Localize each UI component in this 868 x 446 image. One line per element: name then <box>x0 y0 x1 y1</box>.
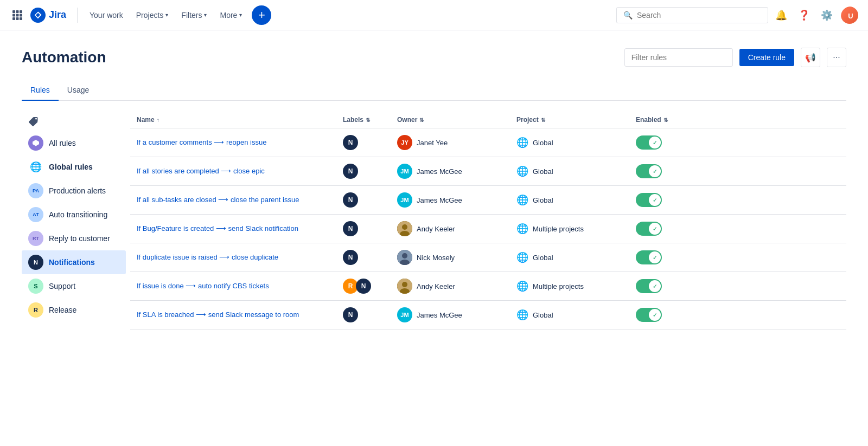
main-content: Automation Create rule 📢 ··· Rules Usage… <box>0 30 868 347</box>
table-row: If all sub-tasks are closed ⟶ close the … <box>130 186 846 215</box>
project-name: Global <box>533 311 553 319</box>
owner-cell: JY Janet Yee <box>397 135 516 150</box>
reply-to-customer-avatar: RT <box>28 231 43 246</box>
sidebar-item-production-alerts[interactable]: PA Production alerts <box>22 179 126 203</box>
rule-name-cell: If a customer comments ⟶ reopen issue <box>137 138 343 147</box>
project-cell: 🌐 Global <box>516 309 636 321</box>
rule-name-cell: If SLA is breached ⟶ send Slack message … <box>137 310 343 320</box>
rule-name-cell: If all sub-tasks are closed ⟶ close the … <box>137 195 343 205</box>
all-rules-avatar <box>28 135 43 151</box>
name-sort-icon: ↑ <box>157 117 159 123</box>
tab-usage[interactable]: Usage <box>59 80 98 101</box>
label-badge: N <box>343 221 358 236</box>
svg-rect-2 <box>20 10 22 13</box>
sidebar-item-all-rules[interactable]: All rules <box>22 131 126 155</box>
your-work-nav[interactable]: Your work <box>84 8 129 23</box>
enabled-toggle[interactable]: ✓ <box>636 279 662 293</box>
toggle-cell: ✓ <box>636 308 701 322</box>
enabled-toggle[interactable]: ✓ <box>636 222 662 236</box>
rule-link[interactable]: If all sub-tasks are closed ⟶ close the … <box>137 196 299 204</box>
svg-rect-7 <box>16 17 19 20</box>
help-icon[interactable]: ❓ <box>794 5 814 25</box>
enabled-toggle[interactable]: ✓ <box>636 250 662 264</box>
label-badge: N <box>343 164 358 179</box>
owner-avatar <box>397 279 412 294</box>
rule-link[interactable]: If issue is done ⟶ auto notify CBS ticke… <box>137 282 269 290</box>
rule-link[interactable]: If Bug/Feature is created ⟶ send Slack n… <box>137 224 298 232</box>
project-cell: 🌐 Global <box>516 194 636 206</box>
toggle-knob: ✓ <box>649 309 661 321</box>
sidebar-item-release[interactable]: R Release <box>22 298 126 322</box>
svg-rect-5 <box>20 14 22 16</box>
announce-icon-button[interactable]: 📢 <box>801 48 820 67</box>
header-project[interactable]: Project ⇅ <box>516 116 636 124</box>
filters-nav[interactable]: Filters ▾ <box>176 8 212 23</box>
owner-name: James McGee <box>417 196 462 204</box>
rules-table: Name ↑ Labels ⇅ Owner ⇅ Project ⇅ Enable… <box>130 112 846 329</box>
rule-name-cell: If Bug/Feature is created ⟶ send Slack n… <box>137 224 343 234</box>
more-chevron-icon: ▾ <box>239 12 242 18</box>
sidebar-item-auto-transitioning[interactable]: AT Auto transitioning <box>22 203 126 227</box>
toggle-cell: ✓ <box>636 279 701 293</box>
content-area: All rules 🌐 Global rules PA Production a… <box>22 112 846 329</box>
header-enabled[interactable]: Enabled ⇅ <box>636 116 701 124</box>
sidebar: All rules 🌐 Global rules PA Production a… <box>22 112 130 329</box>
tab-rules[interactable]: Rules <box>22 80 59 101</box>
table-row: If duplicate issue is raised ⟶ close dup… <box>130 243 846 272</box>
more-options-button[interactable]: ··· <box>827 48 846 67</box>
filters-chevron-icon: ▾ <box>204 12 207 18</box>
search-box[interactable]: 🔍 <box>616 7 768 23</box>
project-name: Global <box>533 167 553 176</box>
owner-cell: Andy Keeler <box>397 279 516 294</box>
user-avatar[interactable]: U <box>840 5 859 25</box>
project-globe-icon: 🌐 <box>516 194 528 206</box>
notifications-bell-icon[interactable]: 🔔 <box>771 5 791 25</box>
app-grid-icon[interactable] <box>9 7 26 24</box>
owner-avatar: JM <box>397 192 412 208</box>
search-input[interactable] <box>637 11 761 20</box>
enabled-toggle[interactable]: ✓ <box>636 308 662 322</box>
enabled-toggle[interactable]: ✓ <box>636 135 662 150</box>
jira-logo[interactable]: Jira <box>30 8 66 23</box>
rule-link[interactable]: If SLA is breached ⟶ send Slack message … <box>137 311 299 319</box>
projects-nav[interactable]: Projects ▾ <box>131 8 174 23</box>
owner-avatar <box>397 221 412 236</box>
project-globe-icon: 🌐 <box>516 137 528 148</box>
header-name[interactable]: Name ↑ <box>137 116 343 124</box>
enabled-toggle[interactable]: ✓ <box>636 193 662 207</box>
header-owner[interactable]: Owner ⇅ <box>397 116 516 124</box>
rule-link[interactable]: If all stories are completed ⟶ close epi… <box>137 167 265 175</box>
label-badge: N <box>343 192 358 208</box>
sidebar-item-reply-to-customer[interactable]: RT Reply to customer <box>22 227 126 250</box>
sidebar-item-label: Release <box>49 306 76 314</box>
settings-icon[interactable]: ⚙️ <box>817 5 837 25</box>
create-button[interactable]: + <box>252 5 271 25</box>
notifications-avatar: N <box>28 255 43 270</box>
project-globe-icon: 🌐 <box>516 165 528 177</box>
project-cell: 🌐 Global <box>516 251 636 263</box>
more-nav[interactable]: More ▾ <box>214 8 247 23</box>
filter-rules-input[interactable] <box>624 48 733 67</box>
sidebar-item-label: Auto transitioning <box>49 210 107 219</box>
table-row: If all stories are completed ⟶ close epi… <box>130 157 846 186</box>
global-rules-avatar: 🌐 <box>28 159 43 174</box>
label-badge: N <box>343 250 358 265</box>
table-row: If Bug/Feature is created ⟶ send Slack n… <box>130 215 846 243</box>
release-avatar: R <box>28 302 43 318</box>
enabled-toggle[interactable]: ✓ <box>636 164 662 178</box>
rule-name-cell: If issue is done ⟶ auto notify CBS ticke… <box>137 281 343 291</box>
create-rule-button[interactable]: Create rule <box>739 49 794 66</box>
tabs-container: Rules Usage <box>22 80 846 101</box>
owner-cell: JM James McGee <box>397 164 516 179</box>
table-row: If a customer comments ⟶ reopen issue N … <box>130 128 846 157</box>
sidebar-tag-icon[interactable] <box>22 112 126 131</box>
header-labels[interactable]: Labels ⇅ <box>343 116 397 124</box>
svg-rect-8 <box>20 17 22 20</box>
sidebar-item-support[interactable]: S Support <box>22 274 126 298</box>
rule-link[interactable]: If a customer comments ⟶ reopen issue <box>137 138 266 146</box>
label-badge: N <box>343 135 358 150</box>
sidebar-item-notifications[interactable]: N Notifications <box>22 250 126 274</box>
svg-rect-4 <box>16 14 19 16</box>
rule-link[interactable]: If duplicate issue is raised ⟶ close dup… <box>137 253 278 261</box>
sidebar-item-global-rules[interactable]: 🌐 Global rules <box>22 155 126 179</box>
